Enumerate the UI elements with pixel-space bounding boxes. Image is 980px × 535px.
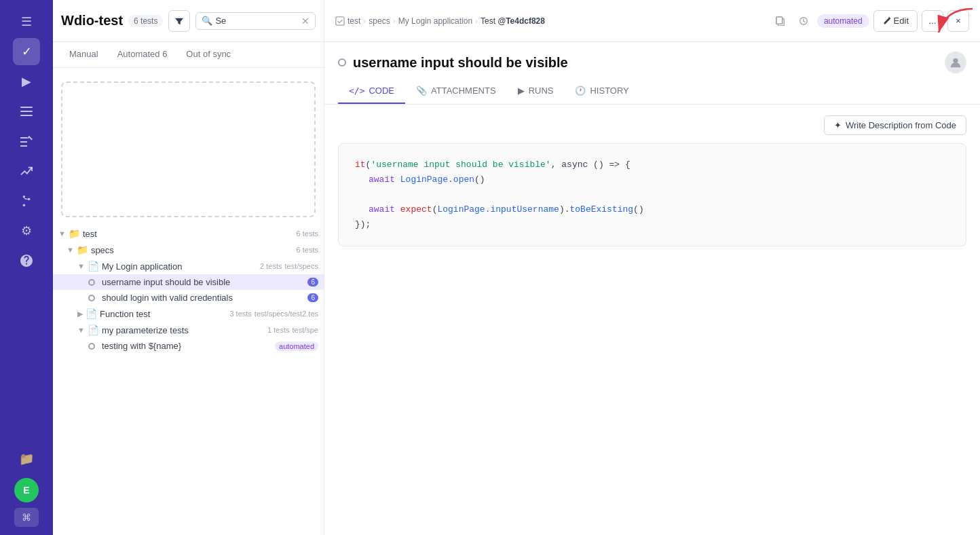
more-button[interactable]: ... — [922, 10, 943, 32]
node-path: test/specs — [284, 262, 318, 270]
node-label: test — [83, 229, 294, 239]
svg-rect-0 — [20, 107, 33, 108]
test-badge: 6 — [307, 293, 318, 302]
tree-node-function-test[interactable]: ▶ 📄 Function test 3 tests test/specs/tes… — [53, 306, 324, 322]
file-icon: 📄 — [86, 308, 97, 319]
help-icon[interactable] — [13, 247, 40, 274]
breadcrumb-my-login-app[interactable]: My Login application — [398, 16, 472, 26]
checkbox-icon — [335, 16, 345, 26]
search-box: 🔍 ✕ — [195, 12, 316, 30]
filter-tabs: Manual Automated 6 Out of sync — [53, 42, 324, 68]
node-path: test/spe — [292, 326, 318, 334]
node-label: My Login application — [102, 261, 257, 272]
header-actions: Edit ... × — [873, 10, 969, 32]
search-clear-button[interactable]: ✕ — [301, 16, 309, 26]
tree-node-username-input[interactable]: username input should be visible 6 — [53, 274, 324, 290]
runs-tab-icon: ▶ — [518, 86, 525, 96]
test-status-dot — [338, 58, 346, 67]
settings-icon[interactable]: ⚙ — [13, 217, 40, 244]
test-title-bar: username input should be visible — [324, 42, 980, 73]
tree-node-testing-name[interactable]: testing with ${name} automated — [53, 338, 324, 354]
filter-button[interactable] — [168, 10, 190, 32]
keyboard-shortcut[interactable]: ⌘ — [14, 508, 39, 527]
code-to-be-existing: toBeExisting — [569, 204, 633, 215]
breadcrumb-test-id: Test @Te4dcf828 — [480, 16, 545, 26]
app-title: Wdio-test — [61, 13, 123, 29]
tab-manual[interactable]: Manual — [61, 42, 107, 67]
automated-badge: automated — [275, 342, 318, 351]
menu-icon[interactable]: ☰ — [13, 8, 40, 35]
list-icon[interactable] — [13, 98, 40, 125]
tab-attachments[interactable]: 📎 ATTACHMENTS — [405, 79, 507, 104]
search-input[interactable] — [215, 16, 299, 26]
checkmark-list-icon[interactable] — [13, 128, 40, 155]
test-status-icon — [88, 279, 95, 286]
tab-out-of-sync[interactable]: Out of sync — [178, 42, 239, 67]
code-tab-icon: </> — [349, 86, 364, 96]
svg-rect-1 — [20, 111, 33, 112]
node-meta: 1 tests — [267, 326, 289, 334]
search-icon: 🔍 — [202, 16, 212, 26]
code-await2: await — [369, 204, 400, 215]
tab-history[interactable]: 🕐 HISTORY — [564, 79, 639, 104]
tree-node-specs[interactable]: ▼ 📁 specs 6 tests — [53, 242, 324, 258]
node-label: Function test — [100, 309, 227, 319]
breadcrumb-specs[interactable]: specs — [369, 16, 390, 26]
test-count-badge: 6 tests — [128, 15, 163, 27]
attachments-tab-icon: 📎 — [416, 86, 427, 96]
chevron-right-icon: ▶ — [77, 310, 83, 318]
tree-node-test[interactable]: ▼ 📁 test 6 tests — [53, 225, 324, 242]
tab-code[interactable]: </> CODE — [338, 79, 405, 104]
trending-icon[interactable] — [13, 158, 40, 185]
node-path: test/specs/test2.tes — [255, 310, 318, 318]
test-title: username input should be visible — [353, 55, 568, 71]
node-meta: 6 tests — [297, 246, 318, 254]
folder-icon: 📁 — [69, 228, 80, 239]
content-tabs: </> CODE 📎 ATTACHMENTS ▶ RUNS 🕐 HISTORY — [324, 79, 980, 105]
play-icon[interactable]: ▶ — [13, 68, 40, 95]
node-meta: 3 tests — [229, 310, 251, 318]
close-button[interactable]: × — [947, 10, 969, 32]
code-closing: }); — [355, 219, 371, 229]
tree-node-my-login-app[interactable]: ▼ 📄 My Login application 2 tests test/sp… — [53, 258, 324, 274]
tree-area: ▼ 📁 test 6 tests ▼ 📁 specs 6 tests ▼ 📄 M… — [53, 68, 324, 535]
tab-runs[interactable]: ▶ RUNS — [507, 79, 565, 104]
code-rest: , async () => { — [551, 160, 630, 170]
node-label: my parameterize tests — [102, 325, 265, 335]
right-panel: test › specs › My Login application › Te… — [324, 0, 980, 535]
code-string: 'username input should be visible' — [371, 160, 550, 170]
automated-pill: automated — [817, 14, 869, 28]
test-status-icon — [88, 295, 95, 301]
write-description-button[interactable]: ✦ Write Description from Code — [824, 115, 966, 135]
check-icon[interactable]: ✓ — [13, 38, 40, 65]
sidebar: ☰ ✓ ▶ ⚙ 📁 E ⌘ — [0, 0, 53, 535]
breadcrumb-test[interactable]: test — [347, 16, 360, 26]
node-label: should login with valid credentials — [102, 293, 302, 303]
edit-button[interactable]: Edit — [873, 10, 918, 32]
tab-automated[interactable]: Automated 6 — [109, 42, 176, 67]
branch-icon[interactable] — [13, 187, 40, 215]
file-icon: 📄 — [88, 325, 99, 335]
sparkle-icon: ✦ — [834, 120, 842, 130]
chevron-down-icon: ▼ — [58, 229, 66, 238]
node-label: username input should be visible — [102, 277, 302, 287]
code-it-keyword: it — [355, 160, 366, 170]
svg-rect-7 — [336, 16, 344, 24]
breadcrumb: test › specs › My Login application › Te… — [335, 16, 767, 26]
chevron-down-icon: ▼ — [77, 326, 85, 334]
code-area: ✦ Write Description from Code it('userna… — [324, 105, 980, 535]
folder-icon: 📁 — [77, 244, 88, 255]
svg-point-12 — [953, 58, 958, 63]
tree-node-should-login[interactable]: should login with valid credentials 6 — [53, 290, 324, 306]
tree-node-my-parameterize[interactable]: ▼ 📄 my parameterize tests 1 tests test/s… — [53, 322, 324, 338]
empty-placeholder — [61, 81, 316, 217]
folder2-icon[interactable]: 📁 — [13, 445, 40, 473]
copy-button[interactable] — [771, 12, 790, 31]
node-meta: 6 tests — [297, 229, 318, 238]
svg-point-3 — [23, 196, 26, 198]
svg-rect-9 — [776, 16, 783, 24]
history-button[interactable] — [794, 12, 813, 31]
user-avatar-right — [945, 52, 966, 73]
user-avatar[interactable]: E — [14, 478, 39, 502]
node-label: specs — [91, 245, 294, 255]
